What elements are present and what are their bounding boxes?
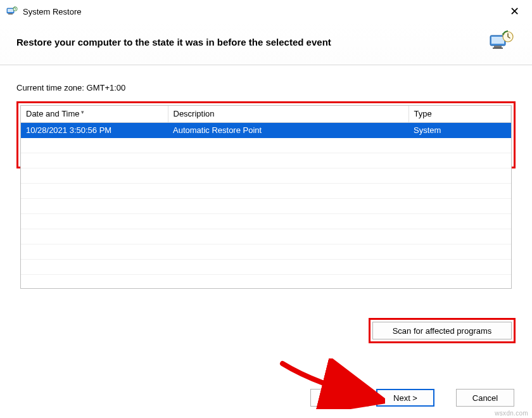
scan-affected-programs-button[interactable]: Scan for affected programs: [372, 322, 512, 339]
table-row-empty: [21, 198, 511, 213]
svg-rect-7: [494, 46, 502, 48]
svg-rect-6: [491, 37, 504, 44]
table-row-empty: [21, 153, 511, 168]
instruction-text: Restore your computer to the state it wa…: [16, 37, 331, 48]
sort-desc-icon: ▾: [81, 109, 84, 115]
table-row-empty: [21, 168, 511, 183]
table-row-empty: [21, 183, 511, 198]
watermark: wsxdn.com: [495, 410, 528, 417]
annotation-table-highlight: Date and Time▾ Description Type 10/28/20…: [16, 101, 516, 168]
table-row-empty: [21, 137, 511, 153]
table-row-empty: [21, 229, 511, 244]
scan-row: Scan for affected programs: [16, 318, 516, 343]
svg-rect-1: [8, 9, 13, 12]
table-row-empty: [21, 244, 511, 259]
col-header-date-label: Date and Time: [26, 109, 80, 118]
close-icon[interactable]: ✕: [504, 3, 526, 20]
col-header-description[interactable]: Description: [168, 106, 408, 122]
next-button[interactable]: Next >: [376, 389, 434, 407]
svg-rect-8: [493, 48, 503, 49]
table-header-row: Date and Time▾ Description Type: [21, 106, 511, 122]
svg-rect-2: [8, 13, 13, 15]
table-row-empty: [21, 213, 511, 229]
restore-points-table[interactable]: Date and Time▾ Description Type 10/28/20…: [20, 105, 512, 289]
timezone-label: Current time zone: GMT+1:00: [16, 83, 516, 92]
wizard-header: Restore your computer to the state it wa…: [0, 22, 532, 65]
back-button[interactable]: < Back: [310, 389, 369, 407]
table-cell: 10/28/2021 3:50:56 PM: [21, 122, 168, 137]
wizard-content: Current time zone: GMT+1:00 Date and Tim…: [0, 65, 532, 350]
cancel-button[interactable]: Cancel: [456, 389, 514, 407]
restore-monitor-clock-icon: [488, 28, 516, 56]
title-bar: System Restore ✕: [0, 0, 532, 22]
table-row[interactable]: 10/28/2021 3:50:56 PMAutomatic Restore P…: [21, 122, 511, 137]
col-header-date[interactable]: Date and Time▾: [21, 106, 168, 122]
table-cell: Automatic Restore Point: [168, 122, 408, 137]
wizard-footer-buttons: < Back Next > Cancel: [310, 389, 514, 407]
window-title: System Restore: [23, 7, 504, 16]
system-restore-icon: [6, 6, 18, 17]
table-row-empty: [21, 259, 511, 274]
annotation-scan-highlight: Scan for affected programs: [369, 318, 516, 343]
table-cell: System: [408, 122, 511, 137]
col-header-type[interactable]: Type: [408, 106, 511, 122]
